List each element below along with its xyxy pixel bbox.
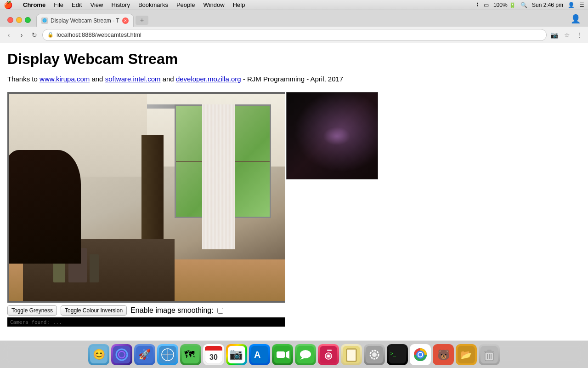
dock-icon-itunes[interactable] xyxy=(318,344,339,365)
credits-mid2: and xyxy=(161,75,176,83)
canvas-wrapper: Toggle Greyness Toggle Colour Inversion … xyxy=(7,92,285,327)
svg-text:30: 30 xyxy=(209,353,218,361)
sidebar-icon[interactable]: ☰ xyxy=(579,2,584,8)
tab-favicon: 🌐 xyxy=(41,17,48,24)
menu-bookmarks[interactable]: Bookmarks xyxy=(138,1,168,8)
browser-tab[interactable]: 🌐 Display Webcam Stream - T ✕ xyxy=(36,14,134,27)
close-button[interactable] xyxy=(7,17,13,23)
link-mozilla[interactable]: developer.mozilla.org xyxy=(176,75,241,83)
svg-text:📂: 📂 xyxy=(460,349,472,360)
dock-icon-filezilla[interactable]: 📂 xyxy=(456,344,477,365)
svg-rect-35 xyxy=(347,350,356,361)
url-bar[interactable]: 🔒 localhost:8888/webcamtest.html xyxy=(42,29,547,41)
back-button[interactable]: ‹ xyxy=(4,30,14,40)
forward-button[interactable]: › xyxy=(17,30,27,40)
svg-point-44 xyxy=(418,353,422,356)
search-icon[interactable]: 🔍 xyxy=(520,2,527,8)
credits-mid1: and xyxy=(90,75,105,83)
toggle-greyness-button[interactable]: Toggle Greyness xyxy=(7,305,57,316)
menu-file[interactable]: File xyxy=(54,1,63,8)
svg-rect-17 xyxy=(205,349,222,351)
svg-text:🗺: 🗺 xyxy=(184,349,195,360)
clock: Sun 2:46 pm xyxy=(532,2,563,8)
dock-icon-appstore[interactable]: A xyxy=(249,344,270,365)
settings-icon xyxy=(366,346,383,363)
itunes-icon xyxy=(320,346,337,363)
chrome-icon xyxy=(412,346,429,363)
new-tab-button[interactable]: ＋ xyxy=(136,16,148,25)
smoothing-checkbox[interactable] xyxy=(217,308,223,314)
terminal-icon: >_ xyxy=(389,346,406,363)
minimize-button[interactable] xyxy=(16,17,22,23)
dock-icon-settings[interactable] xyxy=(364,344,385,365)
svg-rect-52 xyxy=(487,350,492,351)
menu-window[interactable]: Window xyxy=(203,1,224,8)
link-intel[interactable]: software.intel.com xyxy=(105,75,161,83)
apple-menu-icon[interactable]: 🍎 xyxy=(4,0,13,9)
menu-edit[interactable]: Edit xyxy=(72,1,82,8)
menu-view[interactable]: View xyxy=(90,1,103,8)
enable-smoothing-text: Enable image smoothing: xyxy=(130,306,214,314)
browser-chrome: 🌐 Display Webcam Stream - T ✕ ＋ 👤 ‹ › ↻ … xyxy=(0,10,588,43)
filezilla-icon: 📂 xyxy=(458,346,475,363)
dock-icon-bear[interactable]: 🐻 xyxy=(433,344,454,365)
battery-indicator: 100% 🔋 xyxy=(493,2,516,8)
dock-icon-maps[interactable]: 🗺 xyxy=(180,344,201,365)
address-bar-right: 📷 ☆ ⋮ xyxy=(549,30,584,40)
facetime-icon xyxy=(274,346,291,363)
tab-close-button[interactable]: ✕ xyxy=(122,17,129,24)
airplay-icon[interactable]: ▭ xyxy=(484,2,489,8)
calendar-icon: 30 xyxy=(205,346,222,363)
dock-icon-photos[interactable]: 📷 xyxy=(226,344,247,365)
menu-people[interactable]: People xyxy=(176,1,195,8)
menu-chrome[interactable]: Chrome xyxy=(23,1,45,8)
lock-icon: 🔒 xyxy=(47,32,54,38)
svg-text:>_: >_ xyxy=(390,351,396,356)
wifi-icon[interactable]: ⌇ xyxy=(476,2,479,8)
dock-icon-calendar[interactable]: 30 xyxy=(203,344,224,365)
star-icon[interactable]: ☆ xyxy=(562,30,571,40)
svg-text:📷: 📷 xyxy=(229,347,243,361)
address-bar: ‹ › ↻ 🔒 localhost:8888/webcamtest.html 📷… xyxy=(0,27,588,43)
dock-icon-launchpad[interactable]: 🚀 xyxy=(134,344,155,365)
camera-icon[interactable]: 📷 xyxy=(549,30,559,40)
dock-icon-messages[interactable] xyxy=(295,344,316,365)
link-kirupa[interactable]: www.kirupa.com xyxy=(40,75,90,83)
dock-icon-finder[interactable]: 😊 xyxy=(88,344,109,365)
dock-icon-facetime[interactable] xyxy=(272,344,293,365)
dock-icon-siri[interactable] xyxy=(111,344,132,365)
tab-bar: 🌐 Display Webcam Stream - T ✕ ＋ 👤 xyxy=(0,10,588,27)
dock-icon-ibooks[interactable] xyxy=(341,344,362,365)
menu-dots-icon[interactable]: ⋮ xyxy=(575,30,584,40)
toggle-colour-inversion-button[interactable]: Toggle Colour Inversion xyxy=(61,305,127,316)
url-text: localhost:8888/webcamtest.html xyxy=(57,31,141,38)
finder-icon: 😊 xyxy=(90,346,107,363)
messages-icon xyxy=(297,346,314,363)
person-silhouette xyxy=(9,150,81,264)
svg-text:A: A xyxy=(254,350,260,360)
enable-smoothing-label: Enable image smoothing: xyxy=(130,306,223,315)
svg-text:😊: 😊 xyxy=(93,348,106,361)
svg-point-27 xyxy=(300,350,311,358)
menu-bar-right: ⌇ ▭ 100% 🔋 🔍 Sun 2:46 pm 👤 ☰ xyxy=(476,2,584,8)
dock-icon-trash[interactable] xyxy=(479,344,500,365)
maximize-button[interactable] xyxy=(25,17,31,23)
svg-text:🚀: 🚀 xyxy=(138,348,151,361)
dock-icon-terminal[interactable]: >_ xyxy=(387,344,408,365)
traffic-lights xyxy=(4,17,34,23)
refresh-button[interactable]: ↻ xyxy=(29,30,40,40)
dock-icon-chrome[interactable] xyxy=(410,344,431,365)
profile-circle-icon[interactable]: 👤 xyxy=(571,14,581,24)
maps-icon: 🗺 xyxy=(182,346,199,363)
room-scene xyxy=(9,94,285,301)
webcam-area: Toggle Greyness Toggle Colour Inversion … xyxy=(7,92,581,327)
profile-icon[interactable]: 👤 xyxy=(568,2,575,8)
tab-bar-right-controls: 👤 xyxy=(567,14,584,24)
appstore-icon: A xyxy=(251,346,268,363)
dock-icon-safari[interactable] xyxy=(157,344,178,365)
menu-help[interactable]: Help xyxy=(233,1,245,8)
battery-percent: 100% xyxy=(493,2,508,8)
menu-history[interactable]: History xyxy=(111,1,130,8)
menu-bar: 🍎 Chrome File Edit View History Bookmark… xyxy=(0,0,588,10)
page-title: Display Webcam Stream xyxy=(7,51,581,68)
